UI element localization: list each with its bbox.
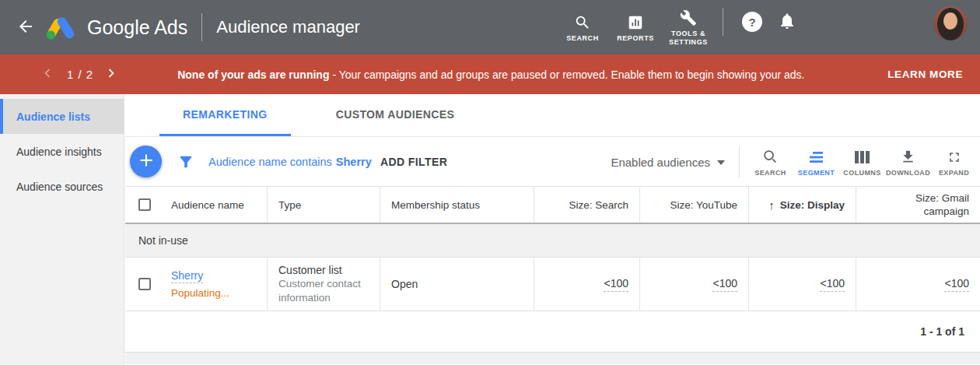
sidebar-item-label: Audience insights xyxy=(16,146,102,158)
cell-size-gmail: <100 xyxy=(856,258,980,311)
cell-size-search: <100 xyxy=(534,258,639,311)
nav-search-button[interactable]: SEARCH xyxy=(558,12,607,43)
sidebar-item-audience-sources[interactable]: Audience sources xyxy=(0,169,124,204)
alert-banner: 1 / 2 None of your ads are running- Your… xyxy=(0,54,980,94)
size-display-value[interactable]: <100 xyxy=(820,277,845,292)
cell-size-youtube: <100 xyxy=(639,258,748,311)
banner-page-indicator: 1 / 2 xyxy=(67,68,93,81)
columns-label: COLUMNS xyxy=(843,169,880,177)
user-avatar[interactable] xyxy=(933,6,968,40)
sidebar-item-audience-insights[interactable]: Audience insights xyxy=(0,134,124,169)
sidebar-item-audience-lists[interactable]: Audience lists xyxy=(0,99,124,134)
header-membership-status: Membership status xyxy=(380,187,534,223)
column-label: Size: Display xyxy=(780,199,845,211)
size-youtube-value[interactable]: <100 xyxy=(712,277,737,292)
segment-label: SEGMENT xyxy=(798,169,835,177)
google-ads-logo-icon xyxy=(45,13,78,41)
app-bar: Google Ads Audience manager SEARCH REPOR… xyxy=(0,0,980,54)
tab-remarketing[interactable]: REMARKETING xyxy=(159,94,291,136)
chevron-right-icon xyxy=(103,65,120,84)
tab-bar: REMARKETING CUSTOM AUDIENCES xyxy=(125,94,980,137)
audience-name-block: Sherry Populating... xyxy=(171,269,229,299)
search-icon xyxy=(762,148,779,165)
filter-chip-prefix: Audience name contains xyxy=(208,156,332,168)
banner-prev-button[interactable] xyxy=(37,65,58,85)
header-audience-name: Audience name xyxy=(125,187,267,223)
filter-funnel-icon[interactable] xyxy=(177,153,194,173)
notifications-button[interactable] xyxy=(778,12,796,33)
cell-type: Customer list Customer contact informati… xyxy=(267,258,380,311)
column-label: Membership status xyxy=(391,199,480,211)
cell-audience-name: Sherry Populating... xyxy=(125,258,267,311)
type-detail: Customer contact information xyxy=(278,277,369,305)
sort-ascending-icon: ↑ xyxy=(768,198,775,212)
wrench-icon xyxy=(680,8,697,26)
table-header-row: Audience name Type Membership status Siz… xyxy=(125,187,980,224)
back-button[interactable] xyxy=(14,16,37,39)
banner-message: None of your ads are running- Your campa… xyxy=(177,68,804,81)
back-arrow-icon xyxy=(16,17,35,38)
expand-icon xyxy=(947,148,962,165)
size-search-value[interactable]: <100 xyxy=(604,277,628,292)
tab-custom-audiences[interactable]: CUSTOM AUDIENCES xyxy=(313,94,478,136)
toolbar-divider xyxy=(739,146,740,177)
banner-message-body: - Your campaigns and ad groups are pause… xyxy=(332,68,804,81)
header-size-display-sorted[interactable]: ↑ Size: Display xyxy=(748,187,856,223)
add-filter-button[interactable]: ADD FILTER xyxy=(380,137,447,187)
select-all-checkbox[interactable] xyxy=(138,198,151,211)
chevron-down-icon xyxy=(717,160,725,165)
cell-membership-status: Open xyxy=(380,258,534,311)
download-button[interactable]: DOWNLOAD xyxy=(885,148,931,177)
segment-icon xyxy=(808,148,825,165)
chevron-left-icon xyxy=(39,65,56,84)
expand-button[interactable]: EXPAND xyxy=(931,148,977,177)
row-checkbox[interactable] xyxy=(138,278,151,290)
type-value: Customer list xyxy=(278,263,369,277)
pagination-row: 1 - 1 of 1 xyxy=(125,311,980,353)
column-label: Type xyxy=(278,199,301,211)
cell-size-display: <100 xyxy=(748,258,856,311)
header-size-youtube[interactable]: Size: YouTube xyxy=(639,187,748,223)
nav-search-label: SEARCH xyxy=(566,34,599,43)
header-size-search[interactable]: Size: Search xyxy=(534,187,639,223)
create-audience-button[interactable] xyxy=(130,146,162,177)
product-name: Google Ads xyxy=(87,16,187,39)
active-filter-chip[interactable]: Audience name contains Sherry xyxy=(208,137,372,187)
audience-name-link[interactable]: Sherry xyxy=(171,269,203,283)
help-icon xyxy=(742,12,762,32)
column-label: Size: YouTube xyxy=(670,199,737,211)
sidebar: Audience lists Audience insights Audienc… xyxy=(0,94,124,365)
banner-message-title: None of your ads are running xyxy=(177,68,329,81)
sidebar-item-label: Audience lists xyxy=(16,111,90,123)
membership-status-value: Open xyxy=(391,278,418,290)
nav-tools-settings-button[interactable]: TOOLS & SETTINGS xyxy=(664,8,712,47)
header-size-gmail-campaign[interactable]: Size: Gmail campaign xyxy=(856,187,980,223)
nav-reports-button[interactable]: REPORTS xyxy=(611,12,660,43)
group-label: Not in-use xyxy=(138,234,188,247)
learn-more-button[interactable]: LEARN MORE xyxy=(883,68,968,81)
filter-chip-value: Sherry xyxy=(336,156,372,168)
columns-button[interactable]: COLUMNS xyxy=(839,148,885,177)
main-content: REMARKETING CUSTOM AUDIENCES Audience na… xyxy=(125,94,980,365)
populating-status: Populating... xyxy=(171,287,229,299)
size-gmail-value[interactable]: <100 xyxy=(944,277,969,292)
type-block: Customer list Customer contact informati… xyxy=(278,263,369,305)
bell-icon xyxy=(778,12,796,33)
audience-view-dropdown[interactable]: Enabled audiences xyxy=(611,156,725,169)
google-ads-audience-manager: Google Ads Audience manager SEARCH REPOR… xyxy=(0,0,980,365)
segment-button[interactable]: SEGMENT xyxy=(793,148,839,177)
footer-strip xyxy=(125,353,980,364)
search-icon xyxy=(574,12,591,31)
app-bar-actions: SEARCH REPORTS TOOLS & SETTINGS xyxy=(556,0,980,54)
table-search-button[interactable]: SEARCH xyxy=(747,148,793,177)
column-label: Size: Search xyxy=(569,199,628,211)
banner-next-button[interactable] xyxy=(101,65,121,85)
page-title: Audience manager xyxy=(216,17,360,37)
column-label: Size: Gmail campaign xyxy=(891,191,969,218)
title-divider xyxy=(201,13,202,41)
sidebar-item-label: Audience sources xyxy=(16,181,103,193)
toolbar: Audience name contains Sherry ADD FILTER… xyxy=(125,137,980,187)
help-button[interactable] xyxy=(742,12,762,32)
audience-view-dropdown-value: Enabled audiences xyxy=(611,156,710,169)
pagination-text: 1 - 1 of 1 xyxy=(920,325,964,338)
